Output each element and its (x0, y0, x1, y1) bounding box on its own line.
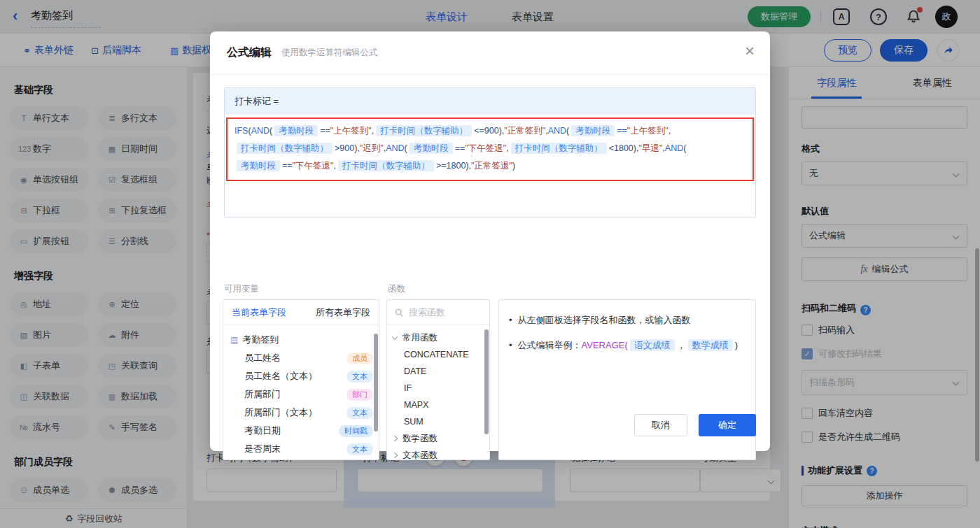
formula-operator: == (455, 143, 465, 153)
formula-punctuation: ) (512, 161, 515, 171)
variable-name: 员工姓名 (244, 352, 346, 364)
formula-punctuation: , (668, 126, 671, 136)
variable-row[interactable]: 考勤日期时间戳 (223, 422, 379, 440)
formula-string: "上午签到" (627, 126, 668, 136)
variables-panel: 当前表单字段 所有表单字段 ▤考勤签到员工姓名成员员工姓名（文本）文本所属部门部… (223, 299, 379, 460)
cancel-button[interactable]: 取消 (634, 414, 687, 436)
variable-name: 考勤日期 (244, 424, 339, 437)
formula-punctuation: ), (354, 143, 360, 153)
modal-footer: 取消 确定 (634, 414, 756, 436)
close-icon[interactable]: × (745, 43, 755, 59)
function-item[interactable]: SUM (387, 413, 489, 430)
field-type-badge: 文本 (346, 371, 373, 383)
formula-function: AND (251, 126, 270, 136)
formula-field-chip: 打卡时间（数字辅助） (376, 125, 472, 136)
search-icon (394, 308, 404, 317)
formula-operator: >900 (335, 143, 354, 153)
function-group[interactable]: 常用函数 (387, 329, 489, 346)
formula-operator: <1800 (609, 143, 634, 153)
function-item[interactable]: MAPX (387, 397, 489, 413)
variable-name: 所属部门（文本） (244, 406, 346, 419)
function-item[interactable]: CONCATENATE (387, 346, 489, 363)
tab-current-form-fields[interactable]: 当前表单字段 (232, 306, 286, 319)
field-type-badge: 时间戳 (339, 425, 373, 437)
tab-all-form-fields[interactable]: 所有表单字段 (316, 306, 370, 319)
function-item[interactable]: IF (387, 380, 489, 397)
formula-string: "正常签到" (504, 126, 545, 136)
form-designer-app: ‹ 考勤签到 表单设计 表单设置 数据管理 A ? 政 ⚭表单外链⊡后端脚本▥数… (0, 0, 980, 528)
tree-chevron-icon (392, 436, 398, 441)
variable-row[interactable]: 员工姓名成员 (223, 349, 379, 367)
function-group[interactable]: 文本函数 (387, 447, 489, 460)
formula-operator: == (282, 161, 293, 171)
formula-punctuation: ( (566, 126, 569, 136)
formula-operator: == (617, 126, 627, 136)
tree-chevron-icon (392, 452, 398, 458)
formula-punctuation: ( (683, 143, 686, 153)
formula-field-chip: 考勤时段 (274, 125, 318, 136)
formula-line: 打卡时间（数字辅助）>900),"迟到",AND(考勤时段=="下午签退",打卡… (234, 140, 746, 157)
help-text: ， (677, 340, 686, 350)
help-text: 公式编辑举例： (518, 340, 582, 350)
formula-field-chip: 语文成绩 (630, 339, 675, 351)
formula-field-chip: 考勤时段 (571, 125, 615, 136)
help-bullet-2: •公式编辑举例：AVERAGE(语文成绩，数学成绩) (509, 338, 746, 353)
modal-title: 公式编辑 (227, 45, 272, 60)
form-doc-icon: ▤ (230, 335, 238, 345)
formula-punctuation: ( (405, 143, 407, 153)
field-type-badge: 文本 (346, 443, 373, 455)
function-group[interactable]: 数学函数 (387, 430, 489, 447)
function-item[interactable]: DATE (387, 363, 489, 380)
variables-tabs: 当前表单字段 所有表单字段 (223, 300, 379, 325)
formula-operator: <=900 (474, 126, 498, 136)
formula-punctuation: ( (270, 126, 272, 136)
formula-field-chip: 打卡时间（数字辅助） (237, 143, 332, 154)
formula-function: AVERAGE( (582, 340, 628, 350)
function-group-label: 常用函数 (402, 332, 438, 344)
modal-body: 打卡标记 = IFS(AND(考勤时段=="上午签到",打卡时间（数字辅助）<=… (210, 87, 770, 217)
tree-chevron-icon (392, 334, 398, 339)
formula-string: "迟到" (360, 143, 384, 153)
variable-row[interactable]: 是否周末文本 (223, 440, 379, 458)
variable-name: 是否周末 (244, 443, 346, 455)
variable-row[interactable]: 所属部门（文本）文本 (223, 404, 379, 422)
function-search-input[interactable] (409, 307, 479, 317)
function-search (387, 300, 489, 325)
variable-root-name: 考勤签到 (242, 334, 373, 346)
formula-function: AND (665, 143, 683, 153)
formula-code-annotated[interactable]: IFS(AND(考勤时段=="上午签到",打卡时间（数字辅助）<=900),"正… (226, 117, 754, 181)
formula-punctuation: ), (465, 161, 471, 171)
variable-root-row[interactable]: ▤考勤签到 (223, 331, 379, 349)
variable-row[interactable]: 所属部门部门 (223, 385, 379, 404)
formula-line: 考勤时段=="下午签退",打卡时间（数字辅助）>=1800),"正常签退") (234, 157, 746, 175)
formula-editor[interactable]: 打卡标记 = IFS(AND(考勤时段=="上午签到",打卡时间（数字辅助）<=… (224, 87, 756, 217)
formula-string: "正常签退" (471, 161, 512, 171)
confirm-button[interactable]: 确定 (699, 414, 756, 436)
variable-row[interactable]: 员工姓名（文本）文本 (223, 367, 379, 385)
formula-function: IFS (234, 126, 248, 136)
field-type-badge: 文本 (346, 407, 373, 419)
variables-caption: 可用变量 (224, 283, 259, 295)
formula-punctuation: , (372, 126, 374, 136)
formula-target: 打卡标记 = (225, 88, 755, 115)
variable-name: 员工姓名（文本） (244, 370, 346, 383)
variables-scrollbar[interactable] (374, 334, 378, 431)
formula-string: "早退" (638, 143, 662, 153)
formula-field-chip: 考勤时段 (410, 143, 453, 154)
functions-panel: 常用函数CONCATENATEDATEIFMAPXSUM数学函数文本函数 (386, 299, 490, 460)
formula-string: "下午签退" (293, 161, 334, 171)
help-bullet-1: •从左侧面板选择字段名和函数，或输入函数 (509, 313, 746, 328)
formula-field-chip: 考勤时段 (237, 160, 280, 171)
formula-string: "下午签退" (465, 143, 506, 153)
function-group-label: 数学函数 (402, 433, 438, 445)
modal-header: 公式编辑 使用数学运算符编辑公式 × (210, 31, 770, 75)
formula-function: AND (548, 126, 566, 136)
functions-scrollbar[interactable] (484, 329, 489, 434)
formula-field-chip: 数学成绩 (688, 339, 733, 351)
formula-punctuation: , (506, 143, 508, 153)
function-group-label: 文本函数 (402, 450, 438, 461)
formula-edit-modal: 公式编辑 使用数学运算符编辑公式 × 打卡标记 = IFS(AND(考勤时段==… (210, 31, 770, 451)
formula-operator: == (320, 126, 330, 136)
help-text: ) (735, 340, 738, 350)
formula-function: AND (386, 143, 404, 153)
